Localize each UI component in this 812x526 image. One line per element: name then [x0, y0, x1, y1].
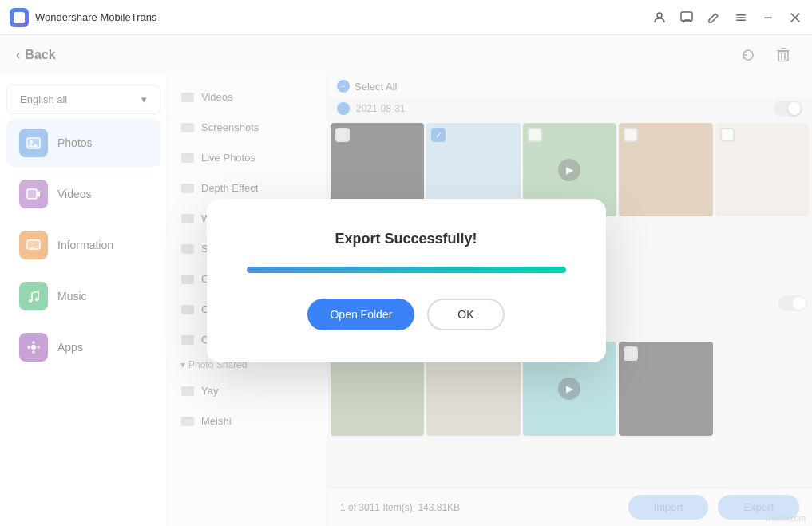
app-icon-inner [14, 12, 25, 23]
svg-rect-5 [764, 17, 772, 18]
ok-button[interactable]: OK [427, 299, 504, 330]
app-icon [10, 8, 29, 27]
titlebar: Wondershare MobileTrans [0, 0, 812, 35]
export-success-modal: Export Successfully! Open Folder OK [207, 199, 606, 362]
open-folder-button[interactable]: Open Folder [307, 299, 414, 330]
account-icon[interactable] [652, 10, 667, 25]
modal-overlay: Export Successfully! Open Folder OK [0, 35, 812, 526]
app-title: Wondershare MobileTrans [35, 11, 156, 23]
minimize-icon[interactable] [761, 10, 775, 25]
progress-bar-container [247, 267, 566, 273]
menu-icon[interactable] [734, 10, 748, 25]
svg-rect-2 [736, 14, 746, 16]
svg-point-0 [657, 13, 662, 18]
close-icon[interactable] [788, 10, 802, 25]
edit-icon[interactable] [707, 10, 721, 25]
modal-title: Export Successfully! [335, 231, 477, 247]
titlebar-controls [652, 10, 802, 25]
titlebar-left: Wondershare MobileTrans [10, 8, 156, 27]
svg-rect-3 [736, 17, 746, 18]
progress-bar-fill [247, 267, 566, 273]
svg-rect-4 [736, 19, 746, 21]
modal-buttons: Open Folder OK [307, 299, 504, 330]
chat-icon[interactable] [679, 10, 694, 25]
